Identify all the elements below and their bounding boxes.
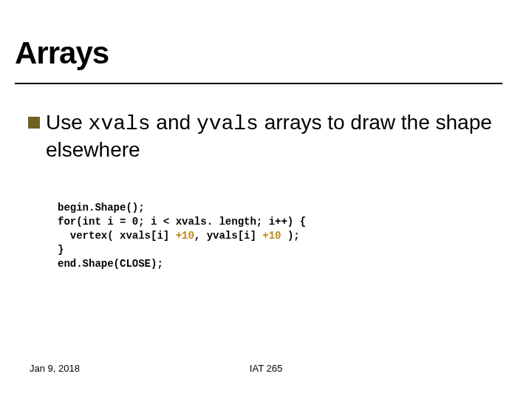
bullet-text: Use xvals and yvals arrays to draw the s…: [46, 109, 510, 163]
bullet-pre: Use: [46, 111, 89, 134]
code-line-3a: vertex( xvals[i]: [58, 230, 176, 242]
page-title: Arrays: [15, 35, 109, 71]
code-line-3b: , yvals[i]: [194, 230, 262, 242]
title-underline: [15, 83, 502, 84]
inline-code-xvals: xvals: [89, 112, 151, 135]
square-bullet-icon: [28, 117, 40, 129]
code-highlight-2: +10: [262, 230, 281, 242]
body-content: Use xvals and yvals arrays to draw the s…: [28, 109, 510, 163]
code-line-4: }: [58, 244, 64, 256]
bullet-item: Use xvals and yvals arrays to draw the s…: [28, 109, 510, 163]
inline-code-yvals: yvals: [197, 112, 259, 135]
code-line-3c: );: [282, 230, 300, 242]
bullet-mid: and: [151, 111, 197, 134]
code-highlight-1: +10: [176, 230, 194, 242]
code-line-5: end.Shape(CLOSE);: [58, 258, 163, 270]
code-block: begin.Shape(); for(int i = 0; i < xvals.…: [58, 201, 306, 270]
code-line-2: for(int i = 0; i < xvals. length; i++) {: [58, 216, 306, 228]
code-line-1: begin.Shape();: [58, 202, 145, 214]
footer-course: IAT 265: [0, 363, 532, 374]
slide: Arrays Use xvals and yvals arrays to dra…: [0, 0, 532, 399]
